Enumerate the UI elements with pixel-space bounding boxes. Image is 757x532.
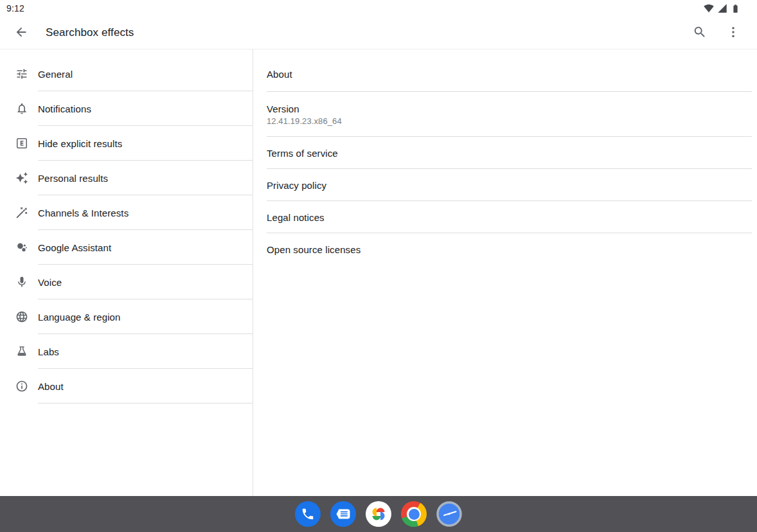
list-item-privacy-policy[interactable]: Privacy policy	[253, 169, 757, 201]
sidebar-item-label: Hide explicit results	[38, 138, 122, 149]
sidebar-item-language-region[interactable]: Language & region	[0, 299, 253, 334]
settings-body: General Notifications Hide explicit resu…	[0, 49, 757, 496]
sparkles-icon	[15, 172, 28, 184]
sidebar-item-personal-results[interactable]: Personal results	[0, 161, 253, 195]
tune-icon	[15, 67, 28, 80]
phone-app-icon[interactable]	[295, 501, 321, 527]
search-icon	[693, 25, 707, 41]
chrome-app-icon[interactable]	[401, 501, 427, 527]
info-icon	[15, 380, 28, 393]
settings-nav: General Notifications Hide explicit resu…	[0, 49, 253, 496]
list-item-open-source-licenses[interactable]: Open source licenses	[253, 233, 757, 265]
app-bar: Searchbox effects	[0, 17, 757, 49]
overflow-menu-button[interactable]	[720, 20, 746, 46]
status-time: 9:12	[6, 3, 24, 13]
clock-app-icon[interactable]	[436, 501, 462, 527]
cellular-signal-icon	[717, 3, 727, 13]
explicit-icon	[15, 137, 28, 150]
microphone-icon	[15, 276, 28, 288]
toolbar-actions	[687, 20, 746, 46]
sidebar-item-label: Notifications	[38, 103, 91, 114]
more-vert-icon	[726, 25, 740, 41]
messages-app-icon[interactable]	[330, 501, 356, 527]
status-icons	[704, 3, 740, 13]
sidebar-item-notifications[interactable]: Notifications	[0, 91, 253, 126]
list-item-legal-notices[interactable]: Legal notices	[253, 201, 757, 233]
sidebar-item-google-assistant[interactable]: Google Assistant	[0, 230, 253, 265]
sidebar-item-about[interactable]: About	[0, 369, 253, 403]
arrow-back-icon	[14, 25, 28, 41]
list-item-terms-of-service[interactable]: Terms of service	[253, 137, 757, 169]
photos-app-icon[interactable]	[366, 501, 391, 527]
wifi-icon	[704, 3, 714, 13]
sidebar-item-label: Personal results	[38, 173, 108, 184]
assistant-icon	[15, 241, 28, 254]
flask-icon	[15, 345, 28, 358]
battery-icon	[731, 4, 740, 13]
sidebar-item-label: Channels & Interests	[38, 208, 129, 218]
list-item-about-header[interactable]: About	[253, 57, 757, 92]
sidebar-item-label: About	[38, 381, 64, 392]
search-button[interactable]	[687, 20, 713, 46]
dock	[0, 496, 757, 532]
sidebar-item-label: Labs	[38, 346, 59, 357]
screen: 9:12 Searchbox effects	[0, 0, 757, 532]
sidebar-item-label: Voice	[38, 277, 62, 288]
sidebar-item-general[interactable]: General	[0, 57, 253, 91]
page-title: Searchbox effects	[46, 26, 687, 39]
back-button[interactable]	[8, 20, 34, 46]
version-value: 12.41.19.23.x86_64	[267, 116, 757, 126]
sidebar-item-channels-interests[interactable]: Channels & Interests	[0, 195, 253, 230]
bell-icon	[15, 102, 28, 115]
sidebar-item-labs[interactable]: Labs	[0, 334, 253, 369]
sidebar-item-voice[interactable]: Voice	[0, 265, 253, 299]
status-bar: 9:12	[0, 0, 757, 17]
sidebar-item-label: Google Assistant	[38, 242, 111, 253]
about-panel: About Version 12.41.19.23.x86_64 Terms o…	[253, 49, 757, 496]
globe-icon	[15, 310, 28, 323]
sidebar-item-label: Language & region	[38, 312, 120, 323]
list-item-version[interactable]: Version 12.41.19.23.x86_64	[253, 92, 757, 137]
sidebar-item-label: General	[38, 69, 73, 80]
sidebar-item-hide-explicit-results[interactable]: Hide explicit results	[0, 126, 253, 161]
magic-wand-icon	[15, 206, 28, 219]
